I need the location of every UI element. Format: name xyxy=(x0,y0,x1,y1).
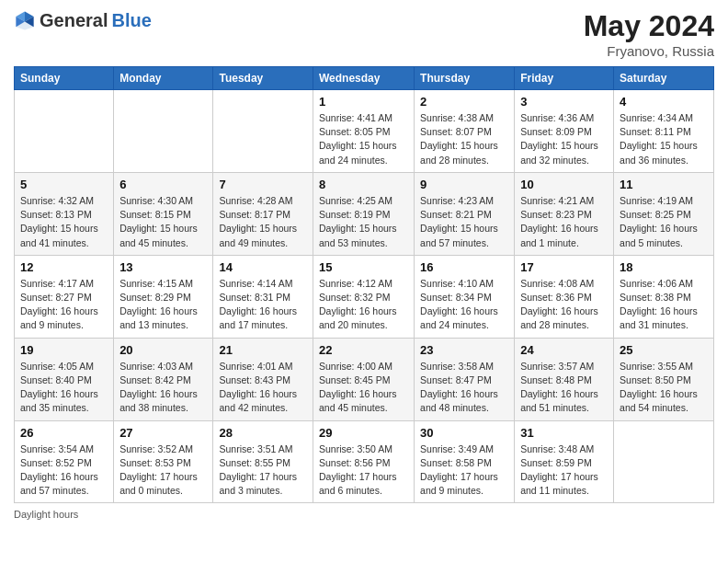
calendar-cell: 9Sunrise: 4:23 AM Sunset: 8:21 PM Daylig… xyxy=(415,172,515,255)
cell-detail: Sunrise: 4:08 AM Sunset: 8:36 PM Dayligh… xyxy=(520,277,608,333)
cell-detail: Sunrise: 4:28 AM Sunset: 8:17 PM Dayligh… xyxy=(219,194,307,250)
calendar-cell: 3Sunrise: 4:36 AM Sunset: 8:09 PM Daylig… xyxy=(515,90,614,173)
header-cell-saturday: Saturday xyxy=(614,67,714,90)
cell-detail: Sunrise: 4:32 AM Sunset: 8:13 PM Dayligh… xyxy=(20,194,108,250)
cell-day-number: 16 xyxy=(420,260,508,274)
cell-detail: Sunrise: 3:55 AM Sunset: 8:50 PM Dayligh… xyxy=(620,360,708,416)
cell-day-number: 17 xyxy=(520,260,608,274)
cell-detail: Sunrise: 4:01 AM Sunset: 8:43 PM Dayligh… xyxy=(219,360,307,416)
calendar-table: SundayMondayTuesdayWednesdayThursdayFrid… xyxy=(14,66,714,503)
page-location: Fryanovo, Russia xyxy=(584,43,714,59)
calendar-cell: 23Sunrise: 3:58 AM Sunset: 8:47 PM Dayli… xyxy=(415,338,515,420)
header-row: SundayMondayTuesdayWednesdayThursdayFrid… xyxy=(15,67,714,90)
calendar-body: 1Sunrise: 4:41 AM Sunset: 8:05 PM Daylig… xyxy=(15,90,714,503)
cell-day-number: 7 xyxy=(219,178,307,191)
cell-day-number: 8 xyxy=(319,178,408,191)
calendar-cell: 26Sunrise: 3:54 AM Sunset: 8:52 PM Dayli… xyxy=(15,420,114,503)
cell-detail: Sunrise: 3:58 AM Sunset: 8:47 PM Dayligh… xyxy=(420,360,508,416)
header-cell-monday: Monday xyxy=(114,67,213,90)
cell-day-number: 27 xyxy=(119,426,207,440)
calendar-cell xyxy=(213,90,313,173)
calendar-cell: 18Sunrise: 4:06 AM Sunset: 8:38 PM Dayli… xyxy=(614,255,714,338)
cell-day-number: 24 xyxy=(520,343,608,357)
cell-day-number: 15 xyxy=(319,260,408,274)
cell-detail: Sunrise: 3:51 AM Sunset: 8:55 PM Dayligh… xyxy=(219,442,307,499)
cell-day-number: 4 xyxy=(620,95,708,109)
cell-day-number: 20 xyxy=(119,343,207,357)
header: General Blue May 2024 Fryanovo, Russia xyxy=(14,9,714,59)
cell-detail: Sunrise: 4:34 AM Sunset: 8:11 PM Dayligh… xyxy=(620,111,708,167)
cell-day-number: 14 xyxy=(219,260,307,274)
cell-detail: Sunrise: 4:10 AM Sunset: 8:34 PM Dayligh… xyxy=(420,277,508,333)
calendar-cell: 11Sunrise: 4:19 AM Sunset: 8:25 PM Dayli… xyxy=(614,172,714,255)
cell-day-number: 13 xyxy=(119,260,207,274)
cell-detail: Sunrise: 4:38 AM Sunset: 8:07 PM Dayligh… xyxy=(420,111,508,167)
calendar-cell: 17Sunrise: 4:08 AM Sunset: 8:36 PM Dayli… xyxy=(515,255,614,338)
calendar-cell: 20Sunrise: 4:03 AM Sunset: 8:42 PM Dayli… xyxy=(114,338,213,420)
cell-day-number: 28 xyxy=(219,426,307,440)
calendar-cell xyxy=(114,90,213,173)
cell-day-number: 21 xyxy=(219,343,307,357)
calendar-cell: 28Sunrise: 3:51 AM Sunset: 8:55 PM Dayli… xyxy=(213,420,313,503)
calendar-cell: 7Sunrise: 4:28 AM Sunset: 8:17 PM Daylig… xyxy=(213,172,313,255)
footer: Daylight hours xyxy=(14,509,714,520)
calendar-cell: 16Sunrise: 4:10 AM Sunset: 8:34 PM Dayli… xyxy=(415,255,515,338)
cell-detail: Sunrise: 4:00 AM Sunset: 8:45 PM Dayligh… xyxy=(319,360,408,416)
calendar-cell: 4Sunrise: 4:34 AM Sunset: 8:11 PM Daylig… xyxy=(614,90,714,173)
calendar-cell: 8Sunrise: 4:25 AM Sunset: 8:19 PM Daylig… xyxy=(313,172,414,255)
cell-detail: Sunrise: 4:41 AM Sunset: 8:05 PM Dayligh… xyxy=(319,111,408,167)
cell-detail: Sunrise: 4:14 AM Sunset: 8:31 PM Dayligh… xyxy=(219,277,307,333)
cell-detail: Sunrise: 4:15 AM Sunset: 8:29 PM Dayligh… xyxy=(119,277,207,333)
cell-day-number: 3 xyxy=(520,95,608,109)
calendar-cell: 10Sunrise: 4:21 AM Sunset: 8:23 PM Dayli… xyxy=(515,172,614,255)
cell-day-number: 31 xyxy=(520,426,608,440)
calendar-week-2: 5Sunrise: 4:32 AM Sunset: 8:13 PM Daylig… xyxy=(15,172,714,255)
calendar-cell: 14Sunrise: 4:14 AM Sunset: 8:31 PM Dayli… xyxy=(213,255,313,338)
cell-detail: Sunrise: 4:21 AM Sunset: 8:23 PM Dayligh… xyxy=(520,194,608,250)
title-block: May 2024 Fryanovo, Russia xyxy=(584,9,714,59)
logo-blue: Blue xyxy=(111,10,151,31)
calendar-cell: 25Sunrise: 3:55 AM Sunset: 8:50 PM Dayli… xyxy=(614,338,714,420)
calendar-cell: 5Sunrise: 4:32 AM Sunset: 8:13 PM Daylig… xyxy=(15,172,114,255)
cell-day-number: 26 xyxy=(20,426,108,440)
cell-detail: Sunrise: 3:57 AM Sunset: 8:48 PM Dayligh… xyxy=(520,360,608,416)
calendar-cell xyxy=(614,420,714,503)
cell-day-number: 1 xyxy=(319,95,408,109)
cell-detail: Sunrise: 4:05 AM Sunset: 8:40 PM Dayligh… xyxy=(20,360,108,416)
cell-day-number: 5 xyxy=(20,178,108,191)
header-cell-tuesday: Tuesday xyxy=(213,67,313,90)
calendar-cell: 29Sunrise: 3:50 AM Sunset: 8:56 PM Dayli… xyxy=(313,420,414,503)
cell-detail: Sunrise: 4:25 AM Sunset: 8:19 PM Dayligh… xyxy=(319,194,408,250)
cell-detail: Sunrise: 4:36 AM Sunset: 8:09 PM Dayligh… xyxy=(520,111,608,167)
cell-detail: Sunrise: 4:17 AM Sunset: 8:27 PM Dayligh… xyxy=(20,277,108,333)
cell-detail: Sunrise: 4:19 AM Sunset: 8:25 PM Dayligh… xyxy=(620,194,708,250)
page-title: May 2024 xyxy=(584,9,714,43)
cell-day-number: 12 xyxy=(20,260,108,274)
calendar-week-4: 19Sunrise: 4:05 AM Sunset: 8:40 PM Dayli… xyxy=(15,338,714,420)
daylight-label: Daylight hours xyxy=(14,509,78,520)
cell-detail: Sunrise: 3:54 AM Sunset: 8:52 PM Dayligh… xyxy=(20,442,108,499)
calendar-cell: 19Sunrise: 4:05 AM Sunset: 8:40 PM Dayli… xyxy=(15,338,114,420)
cell-day-number: 23 xyxy=(420,343,508,357)
header-cell-friday: Friday xyxy=(515,67,614,90)
calendar-cell: 27Sunrise: 3:52 AM Sunset: 8:53 PM Dayli… xyxy=(114,420,213,503)
calendar-cell: 21Sunrise: 4:01 AM Sunset: 8:43 PM Dayli… xyxy=(213,338,313,420)
cell-detail: Sunrise: 4:03 AM Sunset: 8:42 PM Dayligh… xyxy=(119,360,207,416)
calendar-week-3: 12Sunrise: 4:17 AM Sunset: 8:27 PM Dayli… xyxy=(15,255,714,338)
calendar-cell: 12Sunrise: 4:17 AM Sunset: 8:27 PM Dayli… xyxy=(15,255,114,338)
calendar-header: SundayMondayTuesdayWednesdayThursdayFrid… xyxy=(15,67,714,90)
calendar-cell xyxy=(15,90,114,173)
calendar-cell: 13Sunrise: 4:15 AM Sunset: 8:29 PM Dayli… xyxy=(114,255,213,338)
cell-day-number: 9 xyxy=(420,178,508,191)
calendar-cell: 6Sunrise: 4:30 AM Sunset: 8:15 PM Daylig… xyxy=(114,172,213,255)
logo: General Blue xyxy=(14,9,152,31)
header-cell-sunday: Sunday xyxy=(15,67,114,90)
cell-detail: Sunrise: 4:30 AM Sunset: 8:15 PM Dayligh… xyxy=(119,194,207,250)
cell-day-number: 2 xyxy=(420,95,508,109)
cell-day-number: 10 xyxy=(520,178,608,191)
cell-day-number: 11 xyxy=(620,178,708,191)
cell-detail: Sunrise: 4:23 AM Sunset: 8:21 PM Dayligh… xyxy=(420,194,508,250)
cell-detail: Sunrise: 3:52 AM Sunset: 8:53 PM Dayligh… xyxy=(119,442,207,499)
cell-detail: Sunrise: 3:50 AM Sunset: 8:56 PM Dayligh… xyxy=(319,442,408,499)
cell-day-number: 18 xyxy=(620,260,708,274)
